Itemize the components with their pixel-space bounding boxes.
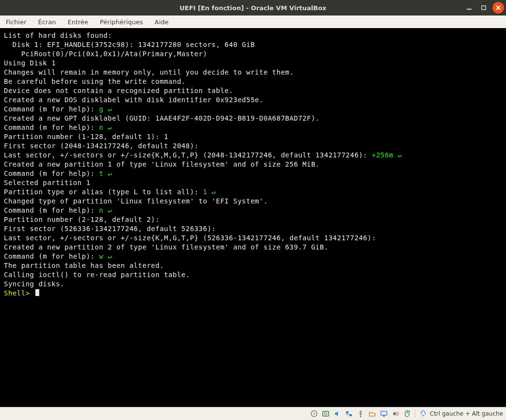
terminal-line: Created a new partition 2 of type 'Linux… — [4, 243, 502, 252]
host-key-indicator[interactable]: Ctrl gauche + Alt gauche — [430, 410, 503, 417]
terminal-text: +256m — [372, 151, 398, 159]
close-icon — [496, 5, 501, 10]
terminal-text: ↵ — [398, 151, 402, 159]
svg-point-10 — [360, 416, 361, 418]
menu-aide[interactable]: Aide — [153, 17, 171, 27]
terminal-text: Partition type or alias (type L to list … — [4, 188, 203, 196]
terminal-text: Syncing disks. — [4, 280, 64, 288]
menu-entree[interactable]: Entrée — [65, 17, 90, 27]
terminal-text: First sector (526336-1342177246, default… — [4, 225, 216, 233]
terminal-line: Partition number (1-128, default 1): 1 — [4, 132, 502, 141]
terminal-line: Syncing disks. — [4, 280, 502, 289]
terminal-line: Partition type or alias (type L to list … — [4, 187, 502, 197]
display-icon[interactable] — [379, 409, 389, 419]
terminal-text: Created a new DOS disklabel with disk id… — [4, 96, 264, 104]
terminal-line: First sector (526336-1342177246, default… — [4, 224, 502, 233]
svg-rect-11 — [381, 411, 387, 415]
maximize-icon — [481, 5, 486, 10]
maximize-button[interactable] — [478, 2, 490, 14]
terminal-line: Command (m for help): t ↵ — [4, 169, 502, 178]
guest-terminal[interactable]: List of hard disks found: Disk 1: EFI_HA… — [0, 28, 506, 407]
terminal-line: Changes will remain in memory only, unti… — [4, 68, 502, 77]
window-titlebar[interactable]: UEFI [En fonction] - Oracle VM VirtualBo… — [0, 0, 506, 16]
terminal-line: Device does not contain a recognized par… — [4, 86, 502, 95]
terminal-text: Be careful before using the write comman… — [4, 78, 186, 85]
terminal-text: t — [99, 170, 108, 177]
terminal-text: Command (m for help): — [4, 105, 99, 113]
optical-disk-icon[interactable] — [309, 409, 319, 419]
terminal-line: First sector (2048-1342177246, default 2… — [4, 141, 502, 151]
terminal-line: List of hard disks found: — [4, 31, 502, 40]
terminal-text: First sector (2048-1342177246, default 2… — [4, 142, 199, 150]
terminal-text: The partition table has been altered. — [4, 262, 164, 269]
terminal-line: Created a new partition 1 of type 'Linux… — [4, 160, 502, 169]
terminal-line: Be careful before using the write comman… — [4, 77, 502, 86]
terminal-text: List of hard disks found: — [4, 31, 112, 39]
terminal-line: Created a new GPT disklabel (GUID: 1AAE4… — [4, 114, 502, 123]
window-title: UEFI [En fonction] - Oracle VM VirtualBo… — [0, 4, 506, 12]
menu-fichier[interactable]: Fichier — [4, 17, 29, 27]
terminal-text: Partition number (2-128, default 2): — [4, 216, 159, 223]
usb-icon[interactable] — [356, 409, 365, 419]
terminal-text: Last sector, +/-sectors or +/-size{K,M,G… — [4, 234, 376, 242]
terminal-text: PciRoot(0)/Pci(0x1,0x1)/Ata(Primary,Mast… — [4, 50, 207, 58]
terminal-text: Partition number (1-128, default 1): 1 — [4, 133, 168, 140]
terminal-line: Command (m for help): n ↵ — [4, 206, 502, 215]
terminal-text: ↵ — [212, 188, 216, 196]
svg-rect-8 — [346, 411, 348, 413]
minimize-button[interactable] — [463, 2, 475, 14]
terminal-text: Using Disk 1 — [4, 59, 56, 67]
recording-icon[interactable] — [391, 409, 400, 419]
svg-rect-0 — [467, 9, 472, 10]
terminal-text: ↵ — [108, 124, 112, 131]
terminal-text: ↵ — [108, 105, 112, 113]
terminal-cursor — [35, 289, 39, 296]
terminal-text: Last sector, +/-sectors or +/-size{K,M,G… — [4, 151, 372, 159]
terminal-text: Selected partition 1 — [4, 179, 91, 187]
terminal-text: Changes will remain in memory only, unti… — [4, 68, 294, 76]
menu-peripheriques[interactable]: Périphériques — [98, 17, 145, 27]
terminal-line: Command (m for help): g ↵ — [4, 105, 502, 114]
terminal-line: Selected partition 1 — [4, 178, 502, 187]
terminal-line: Last sector, +/-sectors or +/-size{K,M,G… — [4, 233, 502, 243]
terminal-text: Changed type of partition 'Linux filesys… — [4, 197, 268, 205]
terminal-line: Command (m for help): n ↵ — [4, 123, 502, 132]
audio-icon[interactable] — [332, 409, 342, 419]
terminal-line: Last sector, +/-sectors or +/-size{K,M,G… — [4, 151, 502, 160]
terminal-line: Shell> — [4, 289, 502, 298]
terminal-line: Partition number (2-128, default 2): — [4, 215, 502, 224]
shared-folder-icon[interactable] — [367, 409, 377, 419]
terminal-text: Device does not contain a recognized par… — [4, 87, 233, 94]
terminal-text: n — [99, 124, 108, 131]
terminal-text: Command (m for help): — [4, 206, 99, 214]
close-button[interactable] — [492, 2, 504, 14]
statusbar-separator — [415, 409, 415, 418]
terminal-text: Command (m for help): — [4, 170, 99, 177]
terminal-line: Changed type of partition 'Linux filesys… — [4, 197, 502, 206]
svg-rect-1 — [482, 6, 486, 10]
hard-disk-icon[interactable] — [321, 409, 331, 419]
terminal-text: Created a new GPT disklabel (GUID: 1AAE4… — [4, 114, 320, 122]
menu-ecran[interactable]: Écran — [36, 17, 58, 27]
terminal-text: w — [99, 252, 108, 260]
svg-rect-6 — [323, 411, 329, 416]
network-icon[interactable] — [344, 409, 354, 419]
terminal-line: PciRoot(0)/Pci(0x1,0x1)/Ata(Primary,Mast… — [4, 49, 502, 59]
svg-point-7 — [324, 413, 327, 415]
terminal-line: Command (m for help): w ↵ — [4, 252, 502, 261]
terminal-text: Shell> — [4, 289, 34, 297]
window-buttons — [463, 0, 504, 16]
terminal-text: g — [99, 105, 108, 113]
terminal-line: Disk 1: EFI_HANDLE(3752c98): 1342177280 … — [4, 40, 502, 49]
statusbar: Ctrl gauche + Alt gauche — [0, 407, 506, 420]
terminal-line: Calling ioctl() to re-read partition tab… — [4, 270, 502, 280]
terminal-line: Created a new DOS disklabel with disk id… — [4, 95, 502, 105]
mouse-integration-icon[interactable] — [402, 409, 412, 419]
keyboard-icon[interactable] — [418, 409, 428, 419]
svg-rect-12 — [383, 416, 385, 417]
terminal-text: Disk 1: EFI_HANDLE(3752c98): 1342177280 … — [4, 41, 255, 48]
terminal-text: 1 — [203, 188, 212, 196]
terminal-text: Command (m for help): — [4, 124, 99, 131]
terminal-text: ↵ — [108, 206, 112, 214]
terminal-text: Command (m for help): — [4, 252, 99, 260]
